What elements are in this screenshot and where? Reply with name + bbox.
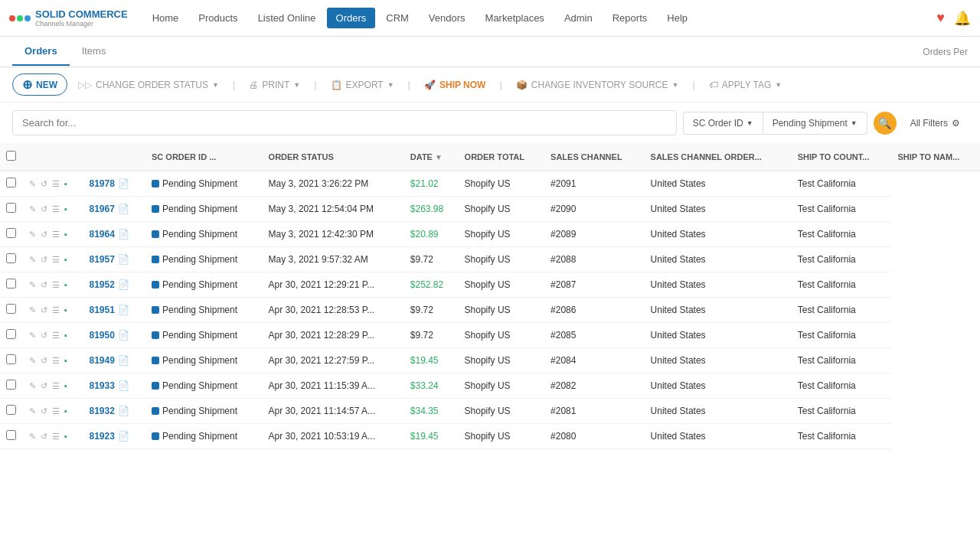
edit-icon[interactable]: ✎ [29, 204, 36, 214]
status-select[interactable]: Pending Shipment ▼ [763, 112, 867, 135]
list-icon[interactable]: ☰ [52, 432, 60, 442]
change-inventory-source-button[interactable]: 📦 CHANGE INVENTORY SOURCE ▼ [508, 76, 687, 94]
order-id-link[interactable]: 81949 [90, 355, 115, 366]
all-filters-button[interactable]: All Filters ⚙ [903, 114, 968, 132]
order-id-link[interactable]: 81932 [90, 406, 115, 416]
history-icon[interactable]: ↺ [41, 179, 47, 189]
change-order-status-button[interactable]: ▷▷ CHANGE ORDER STATUS ▼ [70, 76, 227, 94]
order-file-icon[interactable]: 📄 [118, 178, 129, 189]
order-id-link[interactable]: 81952 [90, 279, 115, 290]
list-icon[interactable]: ☰ [52, 356, 60, 366]
edit-icon[interactable]: ✎ [29, 381, 36, 391]
history-icon[interactable]: ↺ [41, 230, 47, 240]
row-checkbox[interactable] [6, 329, 16, 339]
notifications-icon[interactable]: 🔔 [954, 10, 971, 27]
edit-icon[interactable]: ✎ [29, 255, 36, 265]
edit-icon[interactable]: ✎ [29, 331, 36, 341]
tab-items[interactable]: Items [70, 37, 119, 66]
nav-marketplaces[interactable]: Marketplaces [476, 8, 554, 28]
history-icon[interactable]: ↺ [41, 204, 47, 214]
history-icon[interactable]: ↺ [41, 255, 47, 265]
order-file-icon[interactable]: 📄 [118, 279, 129, 290]
nav-crm[interactable]: CRM [377, 8, 418, 28]
history-icon[interactable]: ↺ [41, 381, 47, 391]
search-input[interactable] [12, 110, 677, 135]
edit-icon[interactable]: ✎ [29, 432, 36, 442]
list-icon[interactable]: ☰ [52, 230, 60, 240]
order-file-icon[interactable]: 📄 [118, 380, 129, 391]
order-file-icon[interactable]: 📄 [118, 204, 129, 214]
edit-icon[interactable]: ✎ [29, 230, 36, 240]
order-id-link[interactable]: 81964 [90, 229, 115, 240]
edit-icon[interactable]: ✎ [29, 305, 36, 315]
list-icon[interactable]: ☰ [52, 280, 60, 290]
edit-icon[interactable]: ✎ [29, 179, 36, 189]
order-file-icon[interactable]: 📄 [118, 305, 129, 315]
order-id-link[interactable]: 81967 [90, 204, 115, 214]
row-checkbox[interactable] [6, 430, 16, 440]
file-icon[interactable]: ▪ [64, 406, 67, 416]
nav-vendors[interactable]: Vendors [420, 8, 475, 28]
order-file-icon[interactable]: 📄 [118, 330, 129, 341]
file-icon[interactable]: ▪ [64, 179, 67, 188]
order-id-link[interactable]: 81950 [90, 330, 115, 341]
order-id-link[interactable]: 81923 [90, 431, 115, 442]
print-button[interactable]: 🖨 PRINT ▼ [241, 76, 308, 94]
row-checkbox[interactable] [6, 304, 16, 314]
file-icon[interactable]: ▪ [64, 255, 67, 264]
order-file-icon[interactable]: 📄 [118, 431, 129, 442]
order-id-link[interactable]: 81978 [90, 178, 115, 189]
nav-listed-online[interactable]: Listed Online [249, 8, 325, 28]
ship-now-button[interactable]: 🚀 SHIP NOW [416, 76, 493, 94]
order-id-link[interactable]: 81957 [90, 254, 115, 265]
favorites-icon[interactable]: ♥ [936, 10, 945, 26]
edit-icon[interactable]: ✎ [29, 280, 36, 290]
select-all-checkbox[interactable] [6, 151, 16, 161]
edit-icon[interactable]: ✎ [29, 356, 36, 366]
file-icon[interactable]: ▪ [64, 381, 67, 390]
new-button[interactable]: ⊕ NEW [12, 73, 67, 96]
row-checkbox[interactable] [6, 228, 16, 238]
order-file-icon[interactable]: 📄 [118, 406, 129, 416]
nav-help[interactable]: Help [658, 8, 697, 28]
list-icon[interactable]: ☰ [52, 381, 60, 391]
order-file-icon[interactable]: 📄 [118, 254, 129, 265]
list-icon[interactable]: ☰ [52, 179, 60, 189]
list-icon[interactable]: ☰ [52, 255, 60, 265]
file-icon[interactable]: ▪ [64, 280, 67, 289]
list-icon[interactable]: ☰ [52, 204, 60, 214]
nav-reports[interactable]: Reports [603, 8, 657, 28]
order-file-icon[interactable]: 📄 [118, 355, 129, 366]
row-checkbox[interactable] [6, 405, 16, 415]
file-icon[interactable]: ▪ [64, 432, 67, 441]
file-icon[interactable]: ▪ [64, 356, 67, 365]
order-file-icon[interactable]: 📄 [118, 229, 129, 240]
list-icon[interactable]: ☰ [52, 331, 60, 341]
row-checkbox[interactable] [6, 178, 16, 187]
tab-orders[interactable]: Orders [12, 37, 70, 66]
export-button[interactable]: 📋 EXPORT ▼ [323, 76, 402, 94]
history-icon[interactable]: ↺ [41, 432, 47, 442]
edit-icon[interactable]: ✎ [29, 406, 36, 416]
order-id-link[interactable]: 81933 [90, 380, 115, 391]
list-icon[interactable]: ☰ [52, 406, 60, 416]
history-icon[interactable]: ↺ [41, 406, 47, 416]
nav-home[interactable]: Home [143, 8, 188, 28]
row-checkbox[interactable] [6, 203, 16, 213]
row-checkbox[interactable] [6, 279, 16, 289]
col-date[interactable]: DATE ▼ [404, 143, 459, 171]
row-checkbox[interactable] [6, 253, 16, 263]
nav-orders[interactable]: Orders [327, 8, 376, 28]
search-button[interactable]: 🔍 [874, 112, 897, 135]
history-icon[interactable]: ↺ [41, 305, 47, 315]
history-icon[interactable]: ↺ [41, 356, 47, 366]
order-id-select[interactable]: SC Order ID ▼ [683, 112, 763, 135]
list-icon[interactable]: ☰ [52, 305, 60, 315]
file-icon[interactable]: ▪ [64, 230, 67, 239]
file-icon[interactable]: ▪ [64, 305, 67, 315]
nav-admin[interactable]: Admin [555, 8, 602, 28]
history-icon[interactable]: ↺ [41, 331, 47, 341]
file-icon[interactable]: ▪ [64, 204, 67, 214]
row-checkbox[interactable] [6, 380, 16, 390]
nav-products[interactable]: Products [189, 8, 247, 28]
